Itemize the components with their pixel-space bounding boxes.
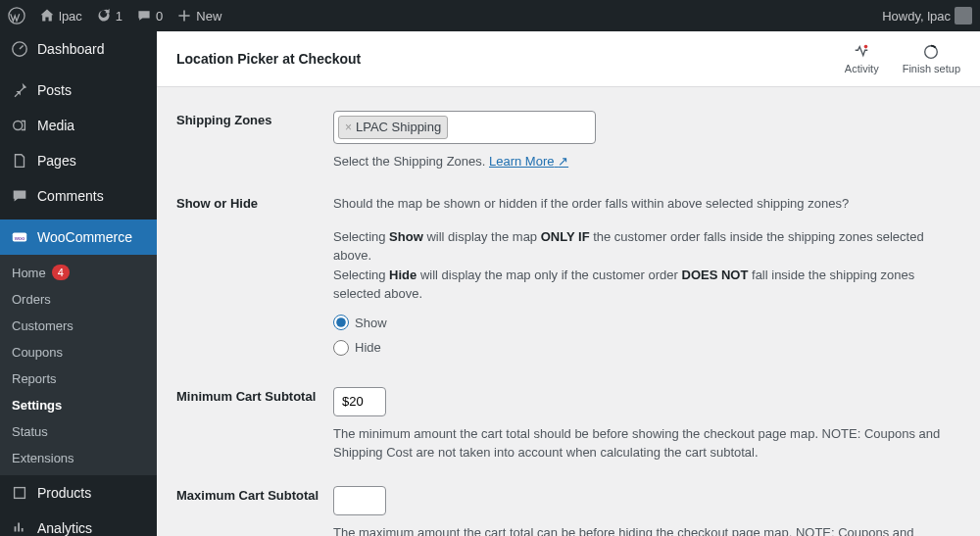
label-min-cart: Minimum Cart Subtotal <box>176 387 333 404</box>
row-max-cart: Maximum Cart Subtotal The maximum amount… <box>176 474 960 537</box>
menu-dashboard[interactable]: Dashboard <box>0 31 157 67</box>
wp-logo[interactable] <box>8 7 25 24</box>
shipping-zones-help: Select the Shipping Zones. <box>333 154 489 169</box>
external-link-icon: ↗ <box>558 154 568 169</box>
max-cart-input[interactable] <box>333 486 386 515</box>
site-name-link[interactable]: lpac <box>39 8 82 24</box>
menu-analytics[interactable]: Analytics <box>0 511 157 536</box>
submenu-customers[interactable]: Customers <box>0 313 157 339</box>
radio-show[interactable]: Show <box>333 314 960 333</box>
products-icon <box>10 483 29 503</box>
my-account-link[interactable]: Howdy, lpac <box>882 7 972 24</box>
content-area: Location Picker at Checkout Activity Fin… <box>157 31 980 536</box>
comments-icon <box>10 186 29 206</box>
submenu-settings[interactable]: Settings <box>0 392 157 418</box>
pin-icon <box>10 80 29 100</box>
menu-woocommerce[interactable]: woo WooCommerce <box>0 219 157 255</box>
dashboard-icon <box>10 39 29 59</box>
submenu-reports[interactable]: Reports <box>0 365 157 392</box>
show-hide-intro: Should the map be shown or hidden if the… <box>333 194 960 214</box>
analytics-icon <box>10 518 29 536</box>
svg-text:woo: woo <box>14 235 25 241</box>
new-label: New <box>196 9 221 24</box>
menu-products[interactable]: Products <box>0 475 157 511</box>
row-min-cart: Minimum Cart Subtotal The minimum amount… <box>176 375 960 474</box>
home-count-badge: 4 <box>52 265 70 280</box>
min-cart-desc: The minimum amount the cart total should… <box>333 424 960 463</box>
progress-icon <box>922 43 940 61</box>
new-content-link[interactable]: New <box>176 8 221 24</box>
avatar <box>955 7 972 24</box>
shipping-zones-select[interactable]: × LPAC Shipping <box>333 111 596 144</box>
menu-media[interactable]: Media <box>0 108 157 143</box>
submenu-home[interactable]: Home 4 <box>0 259 157 286</box>
svg-point-2 <box>14 122 23 130</box>
activity-button[interactable]: Activity <box>845 43 879 74</box>
woocommerce-submenu: Home 4 Orders Customers Coupons Reports … <box>0 255 157 475</box>
site-name: lpac <box>59 9 82 24</box>
admin-bar: lpac 1 0 New Howdy, lpac <box>0 0 980 31</box>
radio-hide-input[interactable] <box>333 340 349 356</box>
updates-link[interactable]: 1 <box>96 8 122 24</box>
howdy-text: Howdy, lpac <box>882 9 951 24</box>
menu-comments[interactable]: Comments <box>0 178 157 214</box>
activity-icon <box>853 43 870 61</box>
admin-sidebar: Dashboard Posts Media Pages Comments woo… <box>0 31 157 536</box>
finish-setup-button[interactable]: Finish setup <box>903 43 960 74</box>
label-shipping-zones: Shipping Zones <box>176 111 333 127</box>
woocommerce-icon: woo <box>10 227 29 247</box>
shipping-zones-learn-more-link[interactable]: Learn More ↗ <box>489 154 568 169</box>
menu-pages[interactable]: Pages <box>0 143 157 178</box>
row-show-hide: Show or Hide Should the map be shown or … <box>176 182 960 375</box>
max-cart-desc: The maximum amount the cart total can be… <box>333 523 960 537</box>
label-max-cart: Maximum Cart Subtotal <box>176 486 333 503</box>
remove-tag-icon[interactable]: × <box>345 119 352 136</box>
submenu-orders[interactable]: Orders <box>0 286 157 313</box>
page-title: Location Picker at Checkout <box>176 51 361 67</box>
submenu-extensions[interactable]: Extensions <box>0 445 157 471</box>
shipping-zone-tag[interactable]: × LPAC Shipping <box>338 116 448 139</box>
row-shipping-zones: Shipping Zones × LPAC Shipping Select th… <box>176 99 960 182</box>
pages-icon <box>10 151 29 171</box>
svg-point-13 <box>864 45 868 49</box>
menu-posts[interactable]: Posts <box>0 73 157 108</box>
comment-count: 0 <box>156 9 163 24</box>
label-show-hide: Show or Hide <box>176 194 333 211</box>
comments-link[interactable]: 0 <box>136 8 163 24</box>
submenu-coupons[interactable]: Coupons <box>0 339 157 365</box>
svg-rect-5 <box>15 488 25 499</box>
media-icon <box>10 116 29 135</box>
radio-hide[interactable]: Hide <box>333 338 960 358</box>
min-cart-input[interactable] <box>333 387 386 416</box>
page-header: Location Picker at Checkout Activity Fin… <box>157 31 980 87</box>
submenu-status[interactable]: Status <box>0 418 157 445</box>
update-count: 1 <box>116 9 122 24</box>
radio-show-input[interactable] <box>333 315 349 330</box>
